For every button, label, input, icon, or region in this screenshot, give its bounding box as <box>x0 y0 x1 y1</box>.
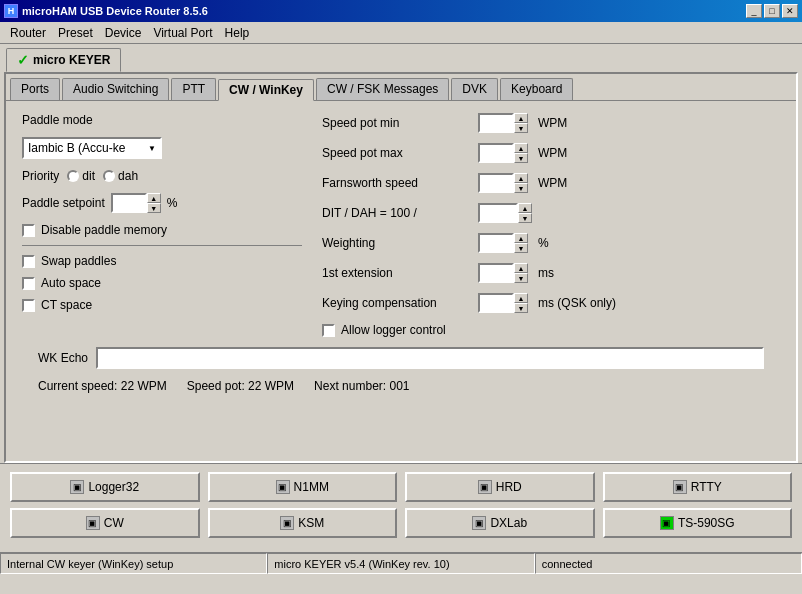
wk-echo-input[interactable] <box>96 347 764 369</box>
speed-pot-max-row: Speed pot max 40 ▲ ▼ WPM <box>322 143 780 163</box>
first-ext-unit: ms <box>538 266 554 280</box>
paddle-setpoint-down[interactable]: ▼ <box>147 203 161 213</box>
rtty-button[interactable]: ▣ RTTY <box>603 472 793 502</box>
ksm-button[interactable]: ▣ KSM <box>208 508 398 538</box>
keyer-tab[interactable]: ✓ micro KEYER <box>6 48 121 72</box>
dit-dah-label: DIT / DAH = 100 / <box>322 206 472 220</box>
dah-radio[interactable] <box>103 170 115 182</box>
tab-dvk[interactable]: DVK <box>451 78 498 100</box>
keying-comp-label: Keying compensation <box>322 296 472 310</box>
menu-preset[interactable]: Preset <box>52 24 99 42</box>
weighting-up[interactable]: ▲ <box>514 233 528 243</box>
weighting-label: Weighting <box>322 236 472 250</box>
weighting-down[interactable]: ▼ <box>514 243 528 253</box>
keying-comp-unit: ms (QSK only) <box>538 296 616 310</box>
logger32-button[interactable]: ▣ Logger32 <box>10 472 200 502</box>
paddle-setpoint-up[interactable]: ▲ <box>147 193 161 203</box>
farnsworth-speed-up[interactable]: ▲ <box>514 173 528 183</box>
keying-comp-input[interactable]: 0 <box>478 293 514 313</box>
wk-echo-label: WK Echo <box>38 351 88 365</box>
speed-pot-min-spinbox[interactable]: 15 ▲ ▼ <box>478 113 528 133</box>
speed-pot-min-input[interactable]: 15 <box>478 113 514 133</box>
hrd-icon: ▣ <box>478 480 492 494</box>
menu-device[interactable]: Device <box>99 24 148 42</box>
tab-cw-fsk[interactable]: CW / FSK Messages <box>316 78 449 100</box>
farnsworth-speed-input[interactable]: 0 <box>478 173 514 193</box>
close-button[interactable]: ✕ <box>782 4 798 18</box>
paddle-setpoint-spinbox[interactable]: 50 ▲ ▼ <box>111 193 161 213</box>
first-ext-input[interactable]: 0 <box>478 263 514 283</box>
swap-paddles-checkbox[interactable] <box>22 255 35 268</box>
paddle-mode-row: Paddle mode <box>22 113 302 127</box>
dit-dah-down[interactable]: ▼ <box>518 213 532 223</box>
minimize-button[interactable]: _ <box>746 4 762 18</box>
tab-cw-winkey[interactable]: CW / WinKey <box>218 79 314 101</box>
paddle-setpoint-input[interactable]: 50 <box>111 193 147 213</box>
ts590sg-button[interactable]: ▣ TS-590SG <box>603 508 793 538</box>
dit-radio-group: dit <box>67 169 95 183</box>
first-ext-down[interactable]: ▼ <box>514 273 528 283</box>
first-ext-up[interactable]: ▲ <box>514 263 528 273</box>
allow-logger-checkbox[interactable] <box>322 324 335 337</box>
swap-paddles-label: Swap paddles <box>41 254 116 268</box>
weighting-row: Weighting 50 ▲ ▼ % <box>322 233 780 253</box>
speed-pot-min-up[interactable]: ▲ <box>514 113 528 123</box>
farnsworth-speed-label: Farnsworth speed <box>322 176 472 190</box>
speed-pot-min-down[interactable]: ▼ <box>514 123 528 133</box>
ct-space-checkbox[interactable] <box>22 299 35 312</box>
dit-dah-up[interactable]: ▲ <box>518 203 532 213</box>
first-ext-spinbox[interactable]: 0 ▲ ▼ <box>478 263 528 283</box>
keyer-check-icon: ✓ <box>17 52 29 68</box>
weighting-spinbox[interactable]: 50 ▲ ▼ <box>478 233 528 253</box>
disable-paddle-memory-label: Disable paddle memory <box>41 223 167 237</box>
keying-comp-down[interactable]: ▼ <box>514 303 528 313</box>
tab-keyboard[interactable]: Keyboard <box>500 78 573 100</box>
menu-router[interactable]: Router <box>4 24 52 42</box>
status-left: Internal CW keyer (WinKey) setup <box>0 553 267 574</box>
keying-comp-up[interactable]: ▲ <box>514 293 528 303</box>
farnsworth-speed-down[interactable]: ▼ <box>514 183 528 193</box>
auto-space-checkbox[interactable] <box>22 277 35 290</box>
keying-comp-spinbox[interactable]: 0 ▲ ▼ <box>478 293 528 313</box>
farnsworth-speed-row: Farnsworth speed 0 ▲ ▼ WPM <box>322 173 780 193</box>
paddle-mode-select[interactable]: Iambic B (Accu-ke ▼ <box>22 137 162 159</box>
paddle-mode-label: Paddle mode <box>22 113 93 127</box>
n1mm-button[interactable]: ▣ N1MM <box>208 472 398 502</box>
n1mm-icon: ▣ <box>276 480 290 494</box>
swap-paddles-row: Swap paddles <box>22 254 302 268</box>
right-column: Speed pot min 15 ▲ ▼ WPM Speed pot max 4… <box>322 113 780 337</box>
disable-paddle-memory-row: Disable paddle memory <box>22 223 302 237</box>
maximize-button[interactable]: □ <box>764 4 780 18</box>
speed-pot-min-unit: WPM <box>538 116 567 130</box>
farnsworth-speed-spinbox[interactable]: 0 ▲ ▼ <box>478 173 528 193</box>
disable-paddle-memory-checkbox[interactable] <box>22 224 35 237</box>
menu-virtual-port[interactable]: Virtual Port <box>147 24 218 42</box>
tab-audio-switching[interactable]: Audio Switching <box>62 78 169 100</box>
auto-space-label: Auto space <box>41 276 101 290</box>
speed-pot-max-down[interactable]: ▼ <box>514 153 528 163</box>
cw-winkey-panel: Paddle mode Iambic B (Accu-ke ▼ Priority… <box>6 101 796 461</box>
dit-dah-input[interactable]: 300 <box>478 203 518 223</box>
dit-dah-row: DIT / DAH = 100 / 300 ▲ ▼ <box>322 203 780 223</box>
tab-ports[interactable]: Ports <box>10 78 60 100</box>
current-speed-status: Current speed: 22 WPM <box>38 379 167 393</box>
speed-pot-max-up[interactable]: ▲ <box>514 143 528 153</box>
dxlab-button[interactable]: ▣ DXLab <box>405 508 595 538</box>
dit-radio[interactable] <box>67 170 79 182</box>
weighting-input[interactable]: 50 <box>478 233 514 253</box>
hrd-button[interactable]: ▣ HRD <box>405 472 595 502</box>
menu-help[interactable]: Help <box>219 24 256 42</box>
dah-label: dah <box>118 169 138 183</box>
speed-pot-max-input[interactable]: 40 <box>478 143 514 163</box>
paddle-setpoint-unit: % <box>167 196 178 210</box>
tab-ptt[interactable]: PTT <box>171 78 216 100</box>
speed-pot-max-spinbox[interactable]: 40 ▲ ▼ <box>478 143 528 163</box>
farnsworth-speed-unit: WPM <box>538 176 567 190</box>
dit-dah-spinbox[interactable]: 300 ▲ ▼ <box>478 203 532 223</box>
status-row: Current speed: 22 WPM Speed pot: 22 WPM … <box>38 379 764 393</box>
allow-logger-label: Allow logger control <box>341 323 446 337</box>
priority-row: Priority dit dah <box>22 169 302 183</box>
speed-pot-min-row: Speed pot min 15 ▲ ▼ WPM <box>322 113 780 133</box>
dah-radio-group: dah <box>103 169 138 183</box>
cw-button[interactable]: ▣ CW <box>10 508 200 538</box>
